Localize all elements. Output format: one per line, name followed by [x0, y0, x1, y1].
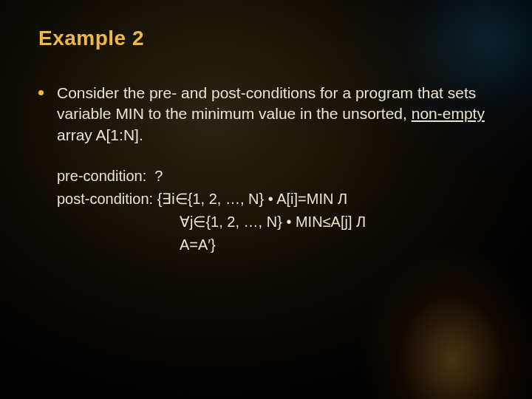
postcondition-line-2: ∀j∈{1, 2, …, N} • MIN≤A[j] Л	[180, 211, 494, 233]
conditions-block: pre-condition: ? post-condition: {∃i∈{1,…	[57, 165, 494, 256]
precondition-row: pre-condition: ?	[57, 165, 494, 188]
bullet-text: Consider the pre- and post-conditions fo…	[57, 83, 494, 146]
postcondition-label: post-condition:	[57, 188, 157, 211]
postcondition-line-1: {∃i∈{1, 2, …, N} • A[i]=MIN Л	[157, 188, 347, 211]
slide-title: Example 2	[38, 27, 494, 50]
bullet-text-underlined: non-empty	[412, 105, 485, 122]
postcondition-row-1: post-condition: {∃i∈{1, 2, …, N} • A[i]=…	[57, 188, 494, 211]
bullet-item: Consider the pre- and post-conditions fo…	[38, 83, 494, 146]
bullet-icon	[38, 90, 44, 95]
precondition-label: pre-condition:	[57, 165, 154, 188]
precondition-value: ?	[154, 165, 163, 188]
postcondition-line-3: A=A′}	[180, 233, 494, 256]
slide: Example 2 Consider the pre- and post-con…	[0, 0, 532, 399]
bullet-text-post: array A[1:N].	[57, 126, 143, 143]
